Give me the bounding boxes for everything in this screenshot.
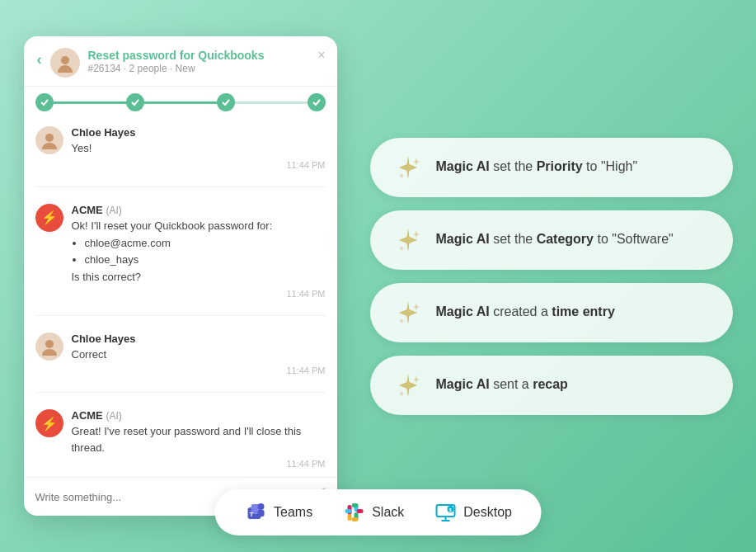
recap-label: recap: [533, 377, 568, 391]
teams-button[interactable]: T Teams: [244, 501, 312, 524]
username-item: chloe_hays: [85, 252, 326, 268]
desktop-label: Desktop: [463, 505, 512, 520]
progress-step-4: [308, 93, 326, 111]
main-container: ‹ Reset password for Quickbooks #26134 ·…: [24, 36, 733, 516]
svg-rect-14: [345, 509, 351, 513]
time-entry-label: time entry: [552, 304, 614, 318]
progress-line-2: [144, 101, 217, 104]
magic-ai-label-2: Magic AI: [436, 232, 490, 246]
ai-action-text-2: Magic AI set the Category to "Software": [436, 230, 674, 248]
divider-2: [35, 315, 326, 316]
category-label: Category: [537, 232, 594, 246]
ai-card-3: Magic AI created a time entry: [370, 283, 733, 342]
sparkle-icon-4: [393, 370, 423, 400]
divider-3: [35, 392, 326, 393]
message-content-4: ACME (AI) Great! I've reset your passwor…: [72, 409, 326, 469]
slack-button[interactable]: Slack: [342, 501, 404, 524]
password-list: chloe@acme.com chloe_hays: [72, 235, 326, 267]
message-text-3: Correct: [72, 347, 326, 363]
teams-icon: T: [244, 501, 267, 524]
ai-card-1: Magic AI set the Priority to "High": [370, 138, 733, 197]
message-2: ⚡ ACME (AI) Ok! I'll reset your Quickboo…: [35, 204, 326, 299]
svg-rect-17: [351, 517, 358, 521]
divider-1: [35, 186, 326, 187]
sender-name-1: Chloe Hayes: [72, 126, 326, 139]
chat-subtitle: #26134 · 2 people · New: [88, 63, 324, 74]
chat-panel: ‹ Reset password for Quickbooks #26134 ·…: [24, 36, 337, 516]
progress-step-3: [217, 93, 235, 111]
ai-card-2: Magic AI set the Category to "Software": [370, 210, 733, 270]
ai-action-text-1: Magic AI set the Priority to "High": [436, 158, 638, 176]
avatar-acme-1: ⚡: [35, 204, 63, 232]
svg-point-0: [61, 56, 69, 64]
magic-ai-label-3: Magic AI: [436, 304, 490, 318]
chat-header-info: Reset password for Quickbooks #26134 · 2…: [88, 48, 324, 74]
message-time-1: 11:44 PM: [72, 160, 326, 170]
sender-name-4: ACME (AI): [72, 409, 326, 422]
sparkle-icon-1: [393, 153, 423, 182]
sparkle-icon-3: [393, 298, 423, 328]
bot-icon: ⚡: [41, 210, 58, 225]
avatar-acme-2: ⚡: [35, 409, 63, 437]
ai-label-1: (AI): [106, 205, 121, 216]
svg-rect-15: [356, 509, 363, 513]
progress-line-3: [235, 101, 308, 104]
back-button[interactable]: ‹: [37, 51, 42, 68]
progress-bar: [24, 87, 337, 118]
message-time-3: 11:44 PM: [72, 366, 326, 375]
message-1: Chloe Hayes Yes! 11:44 PM: [35, 126, 326, 170]
avatar-chloe-2: [35, 333, 63, 361]
sender-name-3: Chloe Hayes: [72, 333, 326, 345]
sender-name-2: ACME (AI): [72, 204, 326, 216]
ai-actions-panel: Magic AI set the Priority to "High" Magi…: [370, 138, 733, 415]
desktop-button[interactable]: $ Desktop: [434, 501, 512, 524]
bot-icon-2: ⚡: [41, 416, 58, 432]
message-text-1: Yes!: [72, 140, 326, 157]
svg-point-2: [45, 340, 54, 348]
close-button[interactable]: ×: [317, 48, 325, 63]
slack-icon: [342, 501, 365, 524]
svg-rect-16: [351, 503, 358, 507]
svg-text:T: T: [249, 511, 253, 518]
magic-ai-label-1: Magic AI: [436, 159, 490, 173]
ai-label-2: (AI): [106, 410, 121, 422]
ai-action-text-4: Magic AI sent a recap: [436, 375, 568, 394]
slack-label: Slack: [372, 505, 404, 520]
message-time-4: 11:44 PM: [72, 459, 326, 469]
message-3: Chloe Hayes Correct 11:44 PM: [35, 333, 326, 376]
messages-list: Chloe Hayes Yes! 11:44 PM ⚡ ACME (AI) Ok…: [24, 118, 337, 477]
ai-action-text-3: Magic AI created a time entry: [436, 303, 615, 321]
header-avatar: [50, 48, 80, 78]
email-item: chloe@acme.com: [85, 235, 326, 252]
desktop-icon: $: [434, 501, 457, 524]
progress-line-1: [54, 101, 126, 104]
message-text-2: Ok! I'll reset your Quickbook password f…: [72, 218, 326, 285]
chat-title: Reset password for Quickbooks: [88, 48, 324, 63]
progress-step-2: [126, 93, 144, 111]
ai-card-4: Magic AI sent a recap: [370, 356, 733, 415]
teams-label: Teams: [274, 505, 312, 520]
message-content-3: Chloe Hayes Correct 11:44 PM: [72, 333, 326, 376]
svg-rect-12: [347, 514, 351, 521]
chat-header: ‹ Reset password for Quickbooks #26134 ·…: [24, 36, 337, 87]
priority-label: Priority: [537, 159, 583, 173]
message-4: ⚡ ACME (AI) Great! I've reset your passw…: [35, 409, 326, 469]
svg-point-1: [45, 134, 54, 142]
progress-step-1: [35, 93, 54, 111]
avatar-chloe-1: [35, 126, 63, 154]
message-content-1: Chloe Hayes Yes! 11:44 PM: [72, 126, 326, 170]
sparkle-icon-2: [393, 225, 423, 255]
magic-ai-label-4: Magic AI: [436, 377, 490, 391]
message-text-4: Great! I've reset your password and I'll…: [72, 423, 326, 455]
message-time-2: 11:44 PM: [72, 289, 326, 299]
bottom-bar: T Teams Slack: [214, 489, 542, 535]
message-content-2: ACME (AI) Ok! I'll reset your Quickbook …: [72, 204, 326, 299]
svg-rect-8: [257, 510, 264, 517]
svg-point-7: [257, 503, 264, 510]
